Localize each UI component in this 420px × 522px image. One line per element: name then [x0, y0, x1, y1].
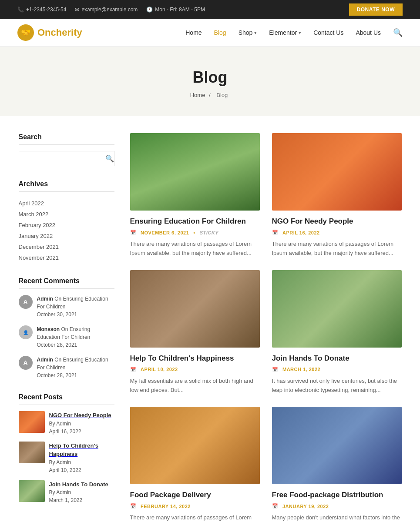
recent-post-item: NGO For Needy People By Admin April 16, …	[19, 411, 114, 435]
blog-row: Ensuring Education For Children 📅 NOVEMB…	[130, 133, 402, 258]
archive-item[interactable]: April 2022	[19, 198, 114, 209]
hours-info: 🕐 Mon - Fri: 8AM - 5PM	[146, 7, 205, 13]
comment-item: A Admin On Ensuring Education For Childr…	[19, 295, 114, 318]
blog-card-excerpt: There are many variations of passages of…	[130, 513, 260, 522]
comment-meta: Admin On Ensuring Education For Children…	[37, 295, 114, 318]
blog-card: Help To Children's Happiness 📅 APRIL 10,…	[130, 270, 260, 395]
archive-item[interactable]: November 2021	[19, 252, 114, 263]
logo-cherity: cherity	[51, 27, 82, 38]
blog-card-meta: 📅 FEBRUARY 14, 2022	[130, 503, 260, 509]
comment-date: October 28, 2021	[37, 341, 114, 349]
breadcrumb: Home / Blog	[9, 92, 411, 98]
hours-text: Mon - Fri: 8AM - 5PM	[155, 7, 205, 13]
comment-date: October 28, 2021	[37, 371, 114, 379]
calendar-icon: 📅	[130, 230, 137, 235]
sticky-badge: sticky	[200, 230, 218, 235]
search-label: Search	[19, 133, 114, 145]
recent-post-title[interactable]: Help To Children's Happiness	[49, 442, 114, 458]
recent-post-thumbnail	[19, 442, 45, 463]
dot-separator: •	[193, 230, 195, 235]
blog-card: Ensuring Education For Children 📅 NOVEMB…	[130, 133, 260, 258]
logo[interactable]: 🤝 Oncherity	[17, 24, 82, 41]
blog-card-date: APRIL 10, 2022	[141, 367, 178, 372]
recent-post-date: April 10, 2022	[49, 467, 81, 473]
logo-text: Oncherity	[37, 27, 82, 38]
recent-post-item: Join Hands To Donate By Admin March 1, 2…	[19, 480, 114, 505]
search-input[interactable]	[19, 151, 101, 166]
archive-item[interactable]: December 2021	[19, 241, 114, 252]
blog-card-date: JANUARY 19, 2022	[282, 504, 329, 509]
recent-post-date: March 1, 2022	[49, 497, 83, 503]
header: 🤝 Oncherity Home Blog Shop Elementor Con…	[0, 19, 420, 47]
comment-meta: Admin On Ensuring Education For Children…	[37, 356, 114, 379]
calendar-icon: 📅	[272, 230, 279, 235]
nav-home[interactable]: Home	[185, 29, 202, 36]
phone-icon: 📞	[17, 7, 24, 13]
clock-icon: 🕐	[146, 7, 153, 13]
nav-about-us[interactable]: About Us	[356, 29, 381, 36]
blog-row: Food Package Delivery 📅 FEBRUARY 14, 202…	[130, 407, 402, 522]
blog-card-date: FEBRUARY 14, 2022	[141, 504, 191, 509]
avatar: A	[19, 295, 33, 309]
comment-meta: Monsson On Ensuring Education For Childr…	[37, 325, 114, 349]
blog-card-title[interactable]: Help To Children's Happiness	[130, 354, 260, 363]
comment-date: October 30, 2021	[37, 311, 114, 318]
search-submit-button[interactable]: 🔍	[101, 151, 118, 166]
blog-card-image	[130, 133, 260, 211]
sidebar: Search 🔍 Archives April 2022 March 2022 …	[19, 133, 114, 522]
phone-info: 📞 +1-2345-2345-54	[17, 7, 66, 13]
blog-card-image	[272, 270, 402, 348]
comment-author[interactable]: Admin	[37, 296, 53, 302]
blog-card-title[interactable]: Food Package Delivery	[130, 490, 260, 500]
topbar-right[interactable]: DONATE NOW	[349, 3, 403, 16]
breadcrumb-separator: /	[209, 92, 211, 98]
recent-post-item: Help To Children's Happiness By Admin Ap…	[19, 442, 114, 474]
breadcrumb-home[interactable]: Home	[190, 92, 205, 98]
nav-elementor[interactable]: Elementor	[269, 29, 301, 36]
comment-author[interactable]: Admin	[37, 357, 53, 363]
recent-post-info: Join Hands To Donate By Admin March 1, 2…	[49, 480, 108, 505]
blog-card-date: APRIL 16, 2022	[282, 230, 320, 235]
logo-icon: 🤝	[17, 24, 34, 41]
recent-post-by: By Admin	[49, 459, 71, 465]
sidebar-recent-posts-section: Recent Posts NGO For Needy People By Adm…	[19, 393, 114, 504]
sidebar-archives-section: Archives April 2022 March 2022 February …	[19, 180, 114, 263]
blog-card-image	[272, 133, 402, 211]
recent-post-title[interactable]: NGO For Needy People	[49, 411, 111, 420]
blog-card-excerpt: My fall essentials are a solid mix of bo…	[130, 377, 260, 395]
blog-card-date: MARCH 1, 2022	[282, 367, 320, 372]
calendar-icon: 📅	[130, 367, 137, 372]
nav-shop[interactable]: Shop	[239, 29, 257, 36]
blog-card-excerpt: There are many variations of passages of…	[272, 240, 402, 258]
recent-post-title[interactable]: Join Hands To Donate	[49, 480, 108, 489]
phone-number: +1-2345-2345-54	[26, 7, 66, 13]
blog-card: Join Hands To Donate 📅 MARCH 1, 2022 It …	[272, 270, 402, 395]
recent-post-info: Help To Children's Happiness By Admin Ap…	[49, 442, 114, 474]
breadcrumb-current: Blog	[216, 92, 228, 98]
blog-card-excerpt: It has survived not only five centuries,…	[272, 377, 402, 395]
blog-card-image	[272, 407, 402, 484]
blog-card-meta: 📅 MARCH 1, 2022	[272, 367, 402, 372]
donate-now-button[interactable]: DONATE NOW	[349, 3, 403, 16]
blog-card: NGO For Needy People 📅 APRIL 16, 2022 Th…	[272, 133, 402, 258]
archives-list: April 2022 March 2022 February 2022 Janu…	[19, 198, 114, 263]
archive-item[interactable]: January 2022	[19, 231, 114, 241]
search-box[interactable]: 🔍	[19, 151, 114, 166]
nav-contact-us[interactable]: Contact Us	[313, 29, 343, 36]
recent-posts-label: Recent Posts	[19, 393, 114, 405]
comment-author[interactable]: Monsson	[37, 326, 60, 332]
archive-item[interactable]: March 2022	[19, 209, 114, 220]
blog-card-title[interactable]: NGO For Needy People	[272, 217, 402, 226]
comment-item: A Admin On Ensuring Education For Childr…	[19, 356, 114, 379]
blog-card-image	[130, 407, 260, 484]
search-icon-button[interactable]: 🔍	[393, 28, 403, 37]
blog-card-title[interactable]: Ensuring Education For Children	[130, 217, 260, 226]
archive-item[interactable]: February 2022	[19, 220, 114, 231]
blog-card-title[interactable]: Free Food-package Distribution	[272, 490, 402, 500]
recent-post-thumbnail	[19, 480, 45, 502]
page-title: Blog	[9, 68, 411, 87]
nav-blog[interactable]: Blog	[214, 29, 226, 36]
email-icon: ✉	[75, 7, 79, 13]
blog-card-date: NOVEMBER 6, 2021	[141, 230, 189, 235]
blog-card-title[interactable]: Join Hands To Donate	[272, 354, 402, 363]
